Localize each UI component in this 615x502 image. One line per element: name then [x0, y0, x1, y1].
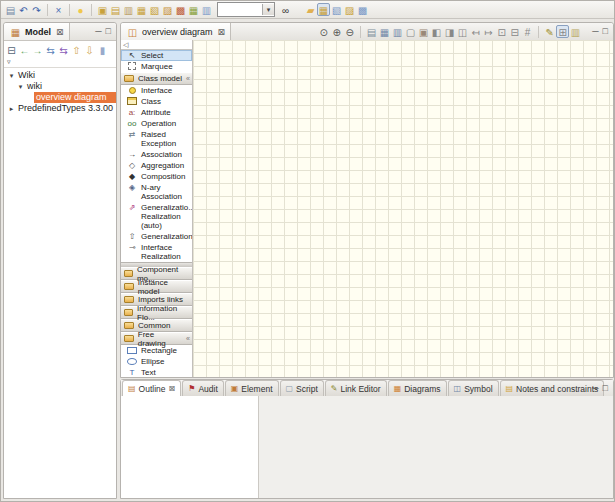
- minimize-icon[interactable]: ─: [95, 27, 101, 36]
- bottom-tab-symbol[interactable]: ◫Symbol: [448, 380, 499, 396]
- documentation-perspective-icon[interactable]: ▨: [343, 3, 356, 16]
- maximize-icon[interactable]: □: [603, 384, 608, 393]
- align-left-icon[interactable]: ◧: [430, 25, 443, 38]
- palette-tool-operation[interactable]: ooOperation: [121, 118, 192, 129]
- next-element-icon[interactable]: ⇆: [57, 43, 70, 56]
- palette-tool-association[interactable]: →Association: [121, 149, 192, 160]
- palette-tool-ellipse[interactable]: Ellipse: [121, 356, 192, 367]
- fit-page-icon[interactable]: ⊡: [495, 25, 508, 38]
- palette-tool-aggregation[interactable]: ◇Aggregation: [121, 160, 192, 171]
- view-menu-icon[interactable]: ▿: [7, 58, 11, 66]
- bottom-tab-outline[interactable]: ▤Outline⊠: [122, 380, 181, 396]
- palette-tool-raised-exception[interactable]: ⇄Raised Exception: [121, 129, 192, 149]
- new-component-diagram-icon[interactable]: ▥: [200, 3, 213, 16]
- back-icon[interactable]: ←: [18, 43, 31, 56]
- move-down-icon[interactable]: ⇩: [83, 43, 96, 56]
- properties-icon[interactable]: ▣: [417, 25, 430, 38]
- snap-to-grid-icon[interactable]: ⊞: [556, 25, 569, 38]
- search-combo-input[interactable]: ▾: [217, 2, 275, 17]
- bottom-tab-audit[interactable]: ⚑Audit: [182, 380, 224, 396]
- diagram-canvas[interactable]: [193, 40, 613, 377]
- move-up-icon[interactable]: ⇧: [70, 43, 83, 56]
- model-view-tab[interactable]: ▦ Model ⊠: [4, 23, 70, 40]
- expander-icon[interactable]: ▸: [7, 103, 16, 114]
- grid-hash-icon[interactable]: #: [521, 25, 534, 38]
- nudge-left-icon[interactable]: ↤: [469, 25, 482, 38]
- modeling-perspective-icon[interactable]: ▦: [317, 3, 330, 16]
- nudge-right-icon[interactable]: ↦: [482, 25, 495, 38]
- palette-collapse-icon[interactable]: ◁: [123, 40, 128, 49]
- new-diagram-icon[interactable]: ▣: [96, 3, 109, 16]
- palette-drawer-free-drawing[interactable]: Free drawing«: [121, 332, 192, 345]
- palette-tool-n-ary-association[interactable]: ◈N-ary Association: [121, 182, 192, 202]
- palette-tool-attribute[interactable]: a:Attribute: [121, 107, 192, 118]
- diagram-perspective-icon[interactable]: ▧: [330, 3, 343, 16]
- tree-item-predefinedtypes-3-3-00[interactable]: ▸PredefinedTypes 3.3.00: [4, 103, 116, 114]
- clipped-toolbar-icon[interactable]: ▮: [96, 43, 109, 56]
- redo-icon[interactable]: ↷: [30, 3, 43, 16]
- bottom-tab-diagrams[interactable]: ▦Diagrams: [388, 380, 447, 396]
- minimize-icon[interactable]: ─: [592, 384, 598, 393]
- search-icon[interactable]: ∞: [279, 3, 292, 16]
- open-perspective-icon[interactable]: ▰: [304, 3, 317, 16]
- undo-icon[interactable]: ↶: [17, 3, 30, 16]
- new-class-diagram-icon[interactable]: ▤: [109, 3, 122, 16]
- palette-tool-class[interactable]: Class: [121, 96, 192, 107]
- zoom-fit-icon[interactable]: ⊙: [317, 25, 330, 38]
- palette-tool-generalization[interactable]: ⇧Generalization: [121, 231, 192, 242]
- maximize-icon[interactable]: □: [106, 27, 111, 36]
- tree-item-wiki[interactable]: ▾wiki: [4, 81, 116, 92]
- show-guides-icon[interactable]: ▥: [569, 25, 582, 38]
- palette-drawer-instance-model[interactable]: Instance model: [121, 280, 192, 293]
- bottom-tab-script[interactable]: ▢Script: [280, 380, 324, 396]
- palette-drawer-class-model[interactable]: Class model«: [121, 72, 192, 85]
- new-sequence-diagram-icon[interactable]: ▧: [148, 3, 161, 16]
- chevron-down-icon[interactable]: ▾: [262, 4, 274, 15]
- bottom-tab-link-editor[interactable]: ✎Link Editor: [325, 380, 387, 396]
- palette-tool-generalizatio-realization-auto[interactable]: ⇗Generalizatio... Realization (auto): [121, 202, 192, 231]
- pin-drawer-icon[interactable]: «: [186, 335, 190, 342]
- palette-tool-interface-realization[interactable]: ⊸Interface Realization: [121, 242, 192, 262]
- palette-tool-interface[interactable]: Interface: [121, 85, 192, 96]
- zoom-out-icon[interactable]: ⊖: [343, 25, 356, 38]
- zoom-in-icon[interactable]: ⊕: [330, 25, 343, 38]
- previous-element-icon[interactable]: ⇆: [44, 43, 57, 56]
- minimize-icon[interactable]: ─: [592, 27, 598, 36]
- new-deployment-diagram-icon[interactable]: ▦: [187, 3, 200, 16]
- collapse-all-icon[interactable]: ⊟: [5, 43, 18, 56]
- new-activity-diagram-icon[interactable]: ▩: [174, 3, 187, 16]
- selection-frame-icon[interactable]: ▢: [404, 25, 417, 38]
- copy-image-icon[interactable]: ▥: [391, 25, 404, 38]
- expander-icon[interactable]: ▾: [7, 70, 16, 81]
- close-icon[interactable]: ⊠: [169, 384, 176, 393]
- palette-tool-composition[interactable]: ◆Composition: [121, 171, 192, 182]
- palette-tool-text[interactable]: TText: [121, 367, 192, 377]
- new-state-diagram-icon[interactable]: ▨: [161, 3, 174, 16]
- folder-icon: [124, 75, 134, 82]
- maximize-icon[interactable]: □: [603, 27, 608, 36]
- close-icon[interactable]: ⊠: [218, 27, 226, 37]
- palette-tool-marquee[interactable]: Marquee: [121, 61, 192, 72]
- forward-icon[interactable]: →: [31, 43, 44, 56]
- lightbulb-icon[interactable]: ●: [74, 3, 87, 16]
- expander-icon[interactable]: ▾: [16, 81, 25, 92]
- palette-tool-select[interactable]: ↖Select: [121, 50, 192, 61]
- edit-mode-icon[interactable]: ✎: [543, 25, 556, 38]
- editor-tab-overview-diagram[interactable]: ◫ overview diagram ⊠: [121, 23, 231, 40]
- configure-tools-icon[interactable]: ×: [52, 3, 65, 16]
- save-image-icon[interactable]: ▦: [378, 25, 391, 38]
- new-package-diagram-icon[interactable]: ▥: [122, 3, 135, 16]
- table-perspective-icon[interactable]: ▩: [356, 3, 369, 16]
- palette-drawer-information-flo[interactable]: Information Flo...: [121, 306, 192, 319]
- close-icon[interactable]: ⊠: [56, 27, 64, 37]
- tree-item-wiki[interactable]: ▾Wiki: [4, 70, 116, 81]
- bottom-tab-element[interactable]: ▣Element: [225, 380, 279, 396]
- pin-drawer-icon[interactable]: «: [186, 75, 190, 82]
- new-use-case-diagram-icon[interactable]: ▦: [135, 3, 148, 16]
- fit-width-icon[interactable]: ⊟: [508, 25, 521, 38]
- distribute-icon[interactable]: ◫: [456, 25, 469, 38]
- save-icon[interactable]: ▤: [4, 3, 17, 16]
- print-icon[interactable]: ▤: [365, 25, 378, 38]
- align-right-icon[interactable]: ◨: [443, 25, 456, 38]
- tree-item-overview-diagram[interactable]: overview diagram: [4, 92, 116, 103]
